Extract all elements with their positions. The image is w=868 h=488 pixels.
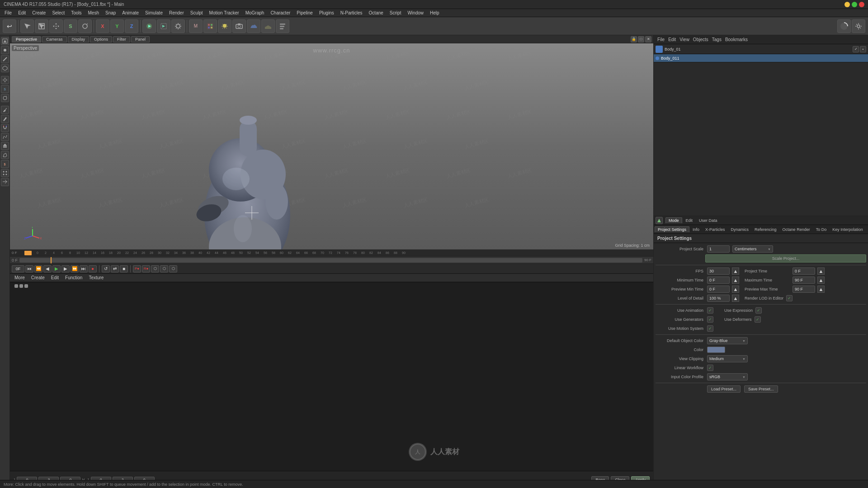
transport-stop[interactable]: ■ <box>120 265 128 272</box>
tool-paint[interactable]: $ <box>1 160 9 168</box>
transport-last[interactable]: ⏭ <box>80 265 88 272</box>
tool-expand[interactable] <box>1 178 9 186</box>
tool-rotate2[interactable] <box>1 94 9 102</box>
frame-field[interactable]: 0F <box>12 265 24 272</box>
toolbar-y-axis[interactable]: Y <box>110 19 124 33</box>
scale-project-button[interactable]: Scale Project... <box>705 254 866 263</box>
maximize-button[interactable] <box>852 2 857 7</box>
obj-header-bookmarks[interactable]: Bookmarks <box>723 37 750 42</box>
record-motion[interactable]: ⬡ <box>160 265 168 272</box>
menu-select[interactable]: Select <box>49 10 67 16</box>
view-clipping-dropdown[interactable]: Medium <box>707 355 748 362</box>
max-time-value[interactable]: 90 F <box>793 277 815 284</box>
toolbar-material-mgr[interactable]: M <box>189 19 203 33</box>
scale-unit-dropdown[interactable]: Centimeters <box>732 245 773 253</box>
obj-header-tags[interactable]: Tags <box>710 37 723 42</box>
tab-x-particles[interactable]: X-Particles <box>703 227 728 232</box>
toolbar-x-axis[interactable]: X <box>96 19 109 33</box>
menu-tools[interactable]: Tools <box>68 10 84 16</box>
obj-list-item-body01[interactable]: Body_011 <box>654 54 868 62</box>
menu-sculpt[interactable]: Sculpt <box>188 10 206 16</box>
project-time-increment[interactable]: ▲ <box>817 267 825 275</box>
obj-header-view[interactable]: View <box>678 37 691 42</box>
transport-ping-pong[interactable]: ⇄ <box>111 265 119 272</box>
prop-edit-tab[interactable]: Edit <box>683 218 696 223</box>
menu-motion-tracker[interactable]: Motion Tracker <box>207 10 242 16</box>
input-color-dropdown[interactable]: sRGB <box>707 373 748 380</box>
object-list[interactable]: Body_011 <box>654 54 868 135</box>
toolbar-light[interactable] <box>218 19 231 33</box>
obj-header-objects[interactable]: Objects <box>691 37 710 42</box>
fps-value[interactable]: 30 <box>707 267 730 275</box>
toolbar-undo[interactable]: ↩ <box>3 19 16 33</box>
menu-character[interactable]: Character <box>268 10 293 16</box>
anim-menu-function[interactable]: Function <box>62 275 85 281</box>
menu-file[interactable]: File <box>2 10 14 16</box>
max-time-inc[interactable]: ▲ <box>817 277 825 284</box>
menu-mograph[interactable]: MoGraph <box>243 10 267 16</box>
load-preset-button[interactable]: Load Preset... <box>707 385 741 393</box>
tool-bevel[interactable] <box>1 151 9 159</box>
tool-magnet[interactable] <box>1 124 9 132</box>
key-dot[interactable] <box>19 284 23 288</box>
menu-simulate[interactable]: Simulate <box>142 10 165 16</box>
toolbar-render[interactable] <box>142 19 156 33</box>
vc-lock[interactable]: 🔒 <box>631 36 637 42</box>
toolbar-floor[interactable] <box>261 19 275 33</box>
toolbar-render-settings[interactable] <box>171 19 185 33</box>
menu-plugins[interactable]: Plugins <box>316 10 337 16</box>
toolbar-rotate[interactable] <box>78 19 92 33</box>
tab-filter[interactable]: Filter <box>113 36 130 42</box>
tab-dynamics[interactable]: Dynamics <box>728 227 752 232</box>
timeline-ruler[interactable]: 0 F 024681012141618202224262830323436384… <box>10 249 653 257</box>
tool-brush[interactable] <box>1 106 9 114</box>
toolbar-sky[interactable] <box>247 19 260 33</box>
tab-referencing[interactable]: Referencing <box>752 227 779 232</box>
vc-close[interactable]: ✕ <box>645 36 651 42</box>
tab-perspective[interactable]: Perspective <box>12 36 41 42</box>
minimize-button[interactable] <box>844 2 850 7</box>
use-motion-checkbox[interactable]: ✓ <box>707 325 713 332</box>
transport-next[interactable]: ▶ <box>61 265 70 272</box>
menu-edit[interactable]: Edit <box>15 10 28 16</box>
menu-snap[interactable]: Snap <box>103 10 118 16</box>
track-bar[interactable] <box>19 258 642 263</box>
menu-n-particles[interactable]: N-Particles <box>338 10 365 16</box>
tool-move[interactable] <box>1 76 9 84</box>
use-anim-checkbox[interactable]: ✓ <box>707 307 713 314</box>
menu-window[interactable]: Window <box>405 10 426 16</box>
anim-menu-edit[interactable]: Edit <box>48 275 61 281</box>
min-time-inc[interactable]: ▲ <box>732 277 739 284</box>
linear-wf-checkbox[interactable]: ✓ <box>707 365 713 371</box>
prop-userdata-tab[interactable]: User Data <box>696 218 720 223</box>
toolbar-select-live[interactable] <box>35 19 48 33</box>
prop-mode-tab[interactable]: Mode <box>665 217 682 223</box>
timeline-playhead[interactable] <box>24 251 32 255</box>
anim-menu-texture[interactable]: Texture <box>86 275 106 281</box>
transport-play[interactable]: ▶ <box>52 265 61 272</box>
obj-header-edit[interactable]: Edit <box>666 37 678 42</box>
obj-ctrl-2[interactable]: • <box>860 46 866 52</box>
use-gen-checkbox[interactable]: ✓ <box>707 316 713 323</box>
transport-prev-key[interactable]: ⏪ <box>34 265 42 272</box>
color-swatch[interactable] <box>707 347 725 353</box>
transport-first[interactable]: ⏮ <box>25 265 33 272</box>
transport-record[interactable]: ● <box>89 265 97 272</box>
tool-point[interactable] <box>1 46 9 54</box>
tool-spline[interactable] <box>1 133 9 141</box>
lod-inc[interactable]: ▲ <box>732 295 739 302</box>
use-expr-checkbox[interactable]: ✓ <box>755 307 762 314</box>
menu-render[interactable]: Render <box>166 10 187 16</box>
tab-panel[interactable]: Panel <box>131 36 150 42</box>
menu-animate[interactable]: Animate <box>119 10 142 16</box>
tab-to-do[interactable]: To Do <box>813 227 830 232</box>
prop-icon[interactable] <box>656 217 663 224</box>
obj-header-file[interactable]: File <box>656 37 666 42</box>
tab-cameras[interactable]: Cameras <box>42 36 67 42</box>
record-other[interactable]: ⬡ <box>151 265 159 272</box>
tool-knife[interactable] <box>1 115 9 123</box>
toolbar-select-model[interactable] <box>20 19 34 33</box>
render-lod-checkbox[interactable]: ✓ <box>786 295 793 301</box>
obj-ctrl-1[interactable]: ✓ <box>853 46 859 52</box>
record-pos[interactable]: P● <box>133 265 141 272</box>
